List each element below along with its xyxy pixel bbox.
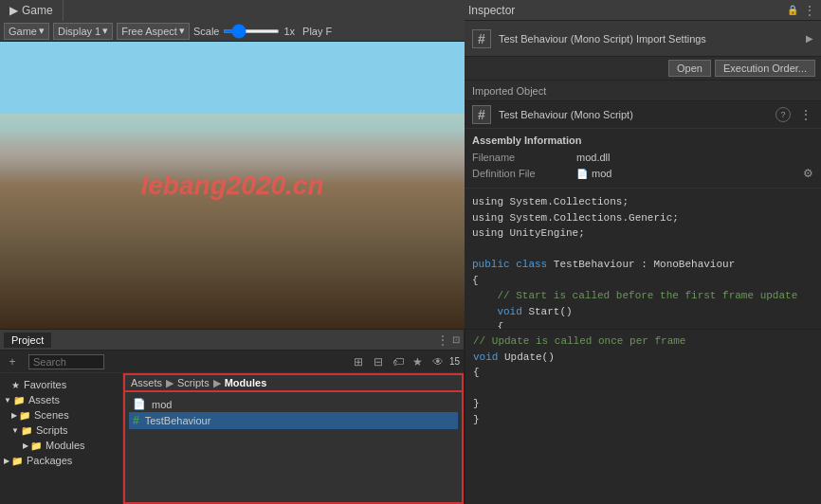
horizon-effect — [0, 114, 465, 171]
lock-button[interactable]: 🔒 — [787, 5, 798, 15]
definition-row: Definition File 📄 mod ⚙ — [472, 165, 813, 182]
toolbar-badge: 15 — [449, 356, 460, 367]
tag-button[interactable]: 🏷 — [390, 353, 407, 370]
code-line-8: void Start() — [472, 304, 813, 320]
file-item-testbehaviour[interactable]: # TestBehaviour — [129, 412, 458, 429]
more-options-button[interactable]: ⋮ — [802, 3, 817, 18]
assets-folder-icon: 📁 — [13, 395, 25, 405]
bottom-code-line-5: } — [473, 396, 813, 412]
file-list: 📄 mod # TestBehaviour — [123, 392, 464, 504]
testbehaviour-file-name: TestBehaviour — [145, 415, 211, 426]
game-tab[interactable]: ▶ Game — [0, 0, 64, 21]
assembly-title: Assembly Information — [472, 135, 813, 146]
panel-menu-button[interactable]: ⋮ — [437, 333, 448, 347]
code-line-6: { — [472, 273, 813, 289]
play-label: Play F — [302, 26, 332, 37]
def-file-icon: 📄 — [576, 169, 588, 179]
code-line-4 — [472, 242, 813, 258]
code-section: using System.Collections; using System.C… — [465, 189, 821, 329]
execution-order-button[interactable]: Execution Order... — [715, 60, 815, 77]
file-item-mod[interactable]: 📄 mod — [129, 396, 458, 412]
game-tab-bar: ▶ Game — [0, 0, 465, 21]
mod-file-name: mod — [152, 399, 172, 410]
breadcrumb-assets[interactable]: Assets — [131, 377, 162, 388]
breadcrumb-modules[interactable]: Modules — [225, 377, 267, 388]
game-tab-icon: ▶ — [9, 4, 18, 17]
assembly-section: Assembly Information Filename mod.dll De… — [465, 129, 821, 189]
file-browser: Assets ▶ Scripts ▶ Modules 📄 mod # — [123, 373, 464, 504]
scripts-arrow: ▼ — [11, 426, 19, 435]
game-tab-label: Game — [22, 4, 53, 17]
favorites-icon: ★ — [11, 380, 20, 390]
project-tab[interactable]: Project — [4, 333, 51, 348]
game-view-panel: ▶ Game Game ▾ Display 1 ▾ Free Aspect ▾ — [0, 0, 465, 329]
game-canvas: lebang2020.cn — [0, 42, 465, 329]
open-button[interactable]: Open — [668, 60, 711, 77]
definition-value: 📄 mod — [576, 168, 611, 179]
inspector-tab-label[interactable]: Inspector — [468, 4, 515, 17]
display-number-dropdown[interactable]: Display 1 ▾ — [53, 23, 113, 40]
inspector-header: # Test Behaviour (Mono Script) Import Se… — [465, 21, 821, 57]
imported-object-row: # Test Behaviour (Mono Script) ? ⋮ — [465, 101, 821, 129]
project-content: ★ Favorites ▼ 📁 Assets ▶ 📁 Scenes — [0, 373, 464, 504]
tree-item-assets[interactable]: ▼ 📁 Assets — [0, 392, 122, 407]
bottom-code-line-4 — [473, 381, 813, 397]
script-file-icon: # — [133, 414, 139, 427]
code-line-1: using System.Collections; — [472, 194, 813, 210]
expand-arrow: ▶ — [806, 33, 813, 44]
scripts-folder-icon: 📁 — [21, 425, 32, 436]
bottom-code-line-1: // Update is called once per frame — [473, 333, 813, 350]
scale-slider[interactable] — [223, 29, 280, 33]
tree-item-favorites[interactable]: ★ Favorites — [0, 377, 122, 392]
inspector-controls: 🔒 ⋮ — [787, 3, 817, 18]
code-line-2: using System.Collections.Generic; — [472, 210, 813, 226]
imported-object-header: Imported Object — [465, 81, 821, 101]
aspect-dropdown[interactable]: Free Aspect ▾ — [117, 23, 190, 40]
script-icon: # — [472, 29, 491, 48]
scenes-folder-icon: 📁 — [19, 410, 30, 421]
tree-item-packages[interactable]: ▶ 📁 Packages — [0, 453, 122, 468]
bottom-code-line-3: { — [473, 365, 813, 381]
modules-folder-icon: 📁 — [30, 441, 42, 451]
layout-button[interactable]: ⊟ — [370, 353, 387, 370]
code-line-7: // Start is called before the first fram… — [472, 288, 813, 304]
scenes-arrow: ▶ — [11, 411, 17, 420]
filename-row: Filename mod.dll — [472, 150, 813, 165]
add-button[interactable]: + — [4, 353, 21, 370]
inspector-title-text: Test Behaviour (Mono Script) Import Sett… — [499, 33, 798, 45]
filename-value: mod.dll — [576, 152, 610, 163]
project-tab-bar: Project ⋮ ⊡ — [0, 330, 464, 351]
project-tree: ★ Favorites ▼ 📁 Assets ▶ 📁 Scenes — [0, 373, 123, 504]
bottom-panels: Project ⋮ ⊡ + ⊞ ⊟ 🏷 ★ 👁 15 — [0, 329, 821, 504]
filter-button[interactable]: ⊞ — [350, 353, 367, 370]
tree-item-scenes[interactable]: ▶ 📁 Scenes — [0, 407, 122, 423]
watermark: lebang2020.cn — [141, 171, 324, 201]
search-input[interactable] — [28, 354, 104, 369]
game-toolbar: Game ▾ Display 1 ▾ Free Aspect ▾ Scale 1… — [0, 21, 465, 42]
imported-script-icon: # — [472, 105, 491, 124]
packages-arrow: ▶ — [4, 457, 9, 465]
star-button[interactable]: ★ — [410, 353, 427, 370]
code-line-5: public class TestBehaviour : MonoBehavio… — [472, 257, 813, 273]
scale-control: Scale 1x — [193, 26, 295, 37]
modules-arrow: ▶ — [23, 441, 28, 450]
inspector-tab-bar: Inspector 🔒 ⋮ — [465, 0, 821, 21]
help-button[interactable]: ? — [775, 107, 791, 122]
tree-item-modules[interactable]: ▶ 📁 Modules — [0, 438, 122, 453]
bottom-code-line-6: } — [473, 412, 813, 428]
bottom-code-line-2: void Update() — [473, 350, 813, 366]
tree-item-scripts[interactable]: ▼ 📁 Scripts — [0, 423, 122, 438]
eye-button[interactable]: 👁 — [429, 353, 447, 370]
panel-expand-button[interactable]: ⊡ — [452, 334, 460, 345]
code-line-9: { — [472, 319, 813, 329]
inspector-panel: Inspector 🔒 ⋮ # Test Behaviour (Mono Scr… — [465, 0, 821, 329]
project-panel: Project ⋮ ⊡ + ⊞ ⊟ 🏷 ★ 👁 15 — [0, 330, 465, 504]
assets-arrow: ▼ — [4, 396, 11, 405]
breadcrumb-scripts[interactable]: Scripts — [177, 377, 210, 388]
imported-script-name: Test Behaviour (Mono Script) — [499, 109, 768, 120]
game-display-dropdown[interactable]: Game ▾ — [4, 23, 49, 40]
definition-gear-button[interactable]: ⚙ — [803, 167, 813, 180]
code-line-3: using UnityEngine; — [472, 225, 813, 242]
packages-folder-icon: 📁 — [11, 456, 23, 466]
object-more-button[interactable]: ⋮ — [798, 107, 813, 122]
